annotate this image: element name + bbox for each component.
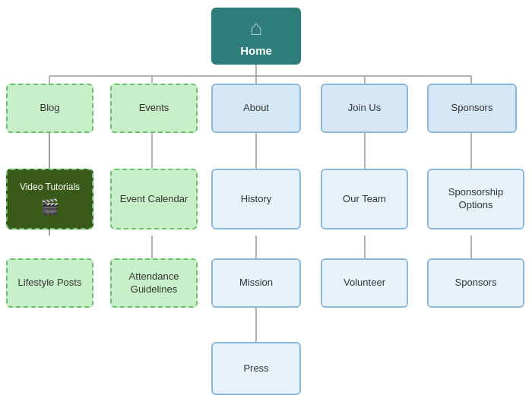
home-icon: ⌂ bbox=[250, 14, 263, 42]
volunteer-node[interactable]: Volunteer bbox=[321, 258, 408, 308]
tree-container: ⌂ Home Blog Events About Join Us Sponsor… bbox=[0, 0, 532, 405]
events-node[interactable]: Events bbox=[110, 84, 198, 133]
about-node[interactable]: About bbox=[211, 84, 301, 133]
join-us-node[interactable]: Join Us bbox=[321, 84, 408, 133]
history-node[interactable]: History bbox=[211, 169, 301, 229]
sponsors-node[interactable]: Sponsors bbox=[427, 84, 517, 133]
video-tutorials-label: Video Tutorials bbox=[20, 182, 80, 194]
blog-node[interactable]: Blog bbox=[6, 84, 93, 133]
home-label: Home bbox=[240, 43, 272, 59]
sponsors-label: Sponsors bbox=[451, 102, 493, 115]
lifestyle-posts-node[interactable]: Lifestyle Posts bbox=[6, 258, 93, 308]
volunteer-label: Volunteer bbox=[344, 277, 385, 290]
blog-label: Blog bbox=[40, 102, 59, 115]
history-label: History bbox=[241, 193, 271, 206]
video-icon: 🎬 bbox=[40, 197, 59, 217]
mission-node[interactable]: Mission bbox=[211, 258, 301, 308]
our-team-label: Our Team bbox=[343, 193, 386, 206]
video-tutorials-node[interactable]: Video Tutorials 🎬 bbox=[6, 169, 93, 229]
about-label: About bbox=[243, 102, 269, 115]
lifestyle-posts-label: Lifestyle Posts bbox=[18, 277, 82, 290]
press-node[interactable]: Press bbox=[211, 342, 301, 395]
sponsorship-options-label: Sponsorship Options bbox=[433, 186, 518, 212]
attendance-guidelines-node[interactable]: Attendance Guidelines bbox=[110, 258, 198, 308]
sponsorship-options-node[interactable]: Sponsorship Options bbox=[427, 169, 524, 229]
event-calendar-node[interactable]: Event Calendar bbox=[110, 169, 198, 229]
our-team-node[interactable]: Our Team bbox=[321, 169, 408, 229]
home-node[interactable]: ⌂ Home bbox=[211, 8, 301, 65]
event-calendar-label: Event Calendar bbox=[120, 193, 188, 206]
sponsors-sub-node[interactable]: Sponsors bbox=[427, 258, 524, 308]
join-us-label: Join Us bbox=[348, 102, 381, 115]
sponsors-sub-label: Sponsors bbox=[455, 277, 497, 290]
mission-label: Mission bbox=[239, 277, 273, 290]
press-label: Press bbox=[243, 362, 268, 375]
attendance-guidelines-label: Attendance Guidelines bbox=[116, 271, 192, 296]
events-label: Events bbox=[139, 102, 169, 115]
